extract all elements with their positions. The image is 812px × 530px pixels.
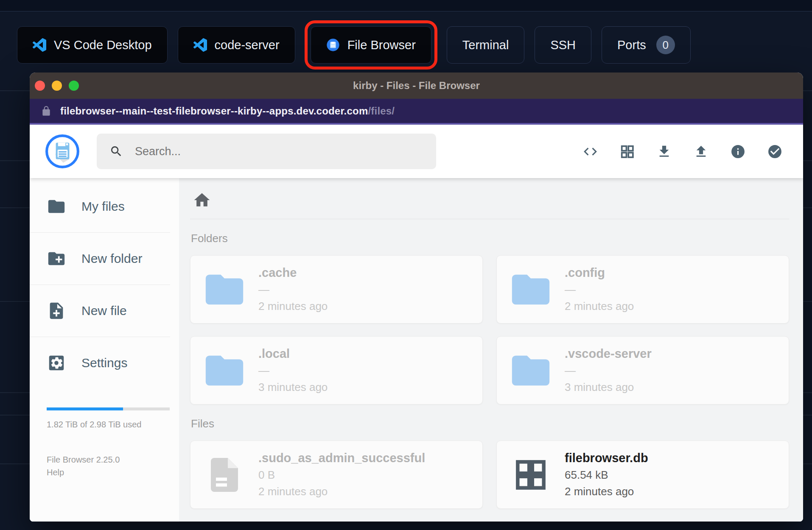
url-text: filebrowser--main--test-filebrowser--kir… <box>60 105 395 117</box>
files-section-label: Files <box>191 417 789 430</box>
header-actions <box>582 144 783 159</box>
desktop-background: VS Code Desktop code-server F <box>0 0 812 530</box>
info-icon[interactable] <box>730 144 746 159</box>
item-size: 65.54 kB <box>565 469 648 482</box>
window-title: kirby - Files - File Browser <box>30 80 803 92</box>
sidebar-item-new-folder[interactable]: New folder <box>30 233 179 285</box>
search-input[interactable] <box>135 145 423 158</box>
ports-button[interactable]: Ports 0 <box>602 26 691 64</box>
item-modified-time: 2 minutes ago <box>565 485 648 498</box>
app-version-text: File Browser 2.25.0 <box>47 453 179 466</box>
file-card-sudo[interactable]: .sudo_as_admin_successful 0 B 2 minutes … <box>190 441 483 509</box>
filebrowser-logo[interactable] <box>45 134 80 169</box>
url-path: /files/ <box>368 105 395 117</box>
storage-progress-track <box>47 407 170 410</box>
files-grid: .sudo_as_admin_successful 0 B 2 minutes … <box>190 441 789 509</box>
vscode-icon <box>33 38 46 52</box>
new-folder-icon <box>47 249 66 268</box>
app-body: My files New folder New file Settings <box>30 178 803 522</box>
sidebar-item-settings[interactable]: Settings <box>30 337 179 389</box>
item-modified-time: 3 minutes ago <box>565 381 652 394</box>
code-view-icon[interactable] <box>582 144 598 159</box>
item-size: — <box>565 364 652 377</box>
storage-usage: 1.82 TiB of 2.98 TiB used <box>47 407 170 430</box>
file-listing: Folders .cache — 2 minutes ago <box>179 178 803 522</box>
item-name: .local <box>258 347 328 361</box>
window-titlebar[interactable]: kirby - Files - File Browser <box>30 73 803 99</box>
breadcrumb <box>190 189 789 219</box>
gear-icon <box>47 353 66 373</box>
ports-label: Ports <box>617 38 646 52</box>
folder-card-cache[interactable]: .cache — 2 minutes ago <box>190 255 483 324</box>
ssh-label: SSH <box>550 38 576 52</box>
item-size: — <box>258 283 328 296</box>
workspace-toolbar: VS Code Desktop code-server F <box>17 26 795 64</box>
sidebar-item-label: New file <box>81 304 127 318</box>
item-name: .sudo_as_admin_successful <box>258 451 425 465</box>
home-icon[interactable] <box>193 191 211 209</box>
sidebar-item-label: My files <box>81 199 125 214</box>
vscode-desktop-label: VS Code Desktop <box>54 38 152 52</box>
terminal-button[interactable]: Terminal <box>447 26 525 64</box>
folder-icon <box>497 267 565 312</box>
browser-window: kirby - Files - File Browser filebrowser… <box>30 73 803 522</box>
storage-progress-fill <box>47 407 123 410</box>
item-size: — <box>565 283 634 296</box>
url-domain: filebrowser--main--test-filebrowser--kir… <box>60 105 368 117</box>
folder-card-vscode-server[interactable]: .vscode-server — 3 minutes ago <box>496 336 789 404</box>
folder-icon <box>497 348 565 393</box>
item-modified-time: 2 minutes ago <box>565 300 634 313</box>
folders-grid: .cache — 2 minutes ago .config — 2 minut <box>190 255 789 404</box>
grid-view-icon[interactable] <box>619 144 635 159</box>
item-size: — <box>258 364 328 377</box>
breadcrumb-divider <box>190 219 789 219</box>
sidebar-item-label: Settings <box>81 356 127 370</box>
upload-icon[interactable] <box>693 144 709 159</box>
item-name: filebrowser.db <box>565 451 648 465</box>
sidebar-item-my-files[interactable]: My files <box>30 181 179 232</box>
folders-section-label: Folders <box>191 232 789 245</box>
file-browser-label: File Browser <box>347 38 416 52</box>
vscode-desktop-button[interactable]: VS Code Desktop <box>17 26 168 64</box>
sidebar-item-label: New folder <box>81 251 142 266</box>
filebrowser-icon <box>326 38 340 52</box>
new-file-icon <box>47 301 66 321</box>
file-card-filebrowser-db[interactable]: filebrowser.db 65.54 kB 2 minutes ago <box>496 441 789 509</box>
ports-count-badge: 0 <box>656 36 675 54</box>
item-name: .config <box>565 266 634 280</box>
item-size: 0 B <box>258 469 425 482</box>
top-strip <box>0 0 812 11</box>
storage-usage-text: 1.82 TiB of 2.98 TiB used <box>47 420 170 430</box>
lock-icon <box>41 106 52 117</box>
select-check-icon[interactable] <box>767 144 783 159</box>
file-icon <box>190 455 258 495</box>
folder-card-local[interactable]: .local — 3 minutes ago <box>190 336 483 404</box>
sidebar-item-new-file[interactable]: New file <box>30 285 179 337</box>
item-modified-time: 2 minutes ago <box>258 485 425 498</box>
item-modified-time: 2 minutes ago <box>258 300 328 313</box>
red-annotation-circle: File Browser <box>305 20 437 70</box>
folder-icon <box>190 348 258 393</box>
terminal-label: Terminal <box>462 38 509 52</box>
search-icon <box>109 145 123 158</box>
code-server-label: code-server <box>215 38 280 52</box>
search-bar[interactable] <box>97 134 436 169</box>
folder-icon <box>47 197 66 216</box>
code-server-button[interactable]: code-server <box>178 26 295 64</box>
browser-url-bar[interactable]: filebrowser--main--test-filebrowser--kir… <box>30 99 803 125</box>
sidebar: My files New folder New file Settings <box>30 178 179 522</box>
folder-icon <box>190 267 258 312</box>
item-modified-time: 3 minutes ago <box>258 381 328 394</box>
database-grid-icon <box>497 455 565 494</box>
folder-card-config[interactable]: .config — 2 minutes ago <box>496 255 789 324</box>
file-browser-button[interactable]: File Browser <box>311 26 431 64</box>
filebrowser-header <box>30 125 803 178</box>
download-icon[interactable] <box>656 144 672 159</box>
item-name: .cache <box>258 266 328 280</box>
help-link[interactable]: Help <box>47 466 179 479</box>
vscode-icon <box>193 38 207 52</box>
item-name: .vscode-server <box>565 347 652 361</box>
ssh-button[interactable]: SSH <box>535 26 591 64</box>
